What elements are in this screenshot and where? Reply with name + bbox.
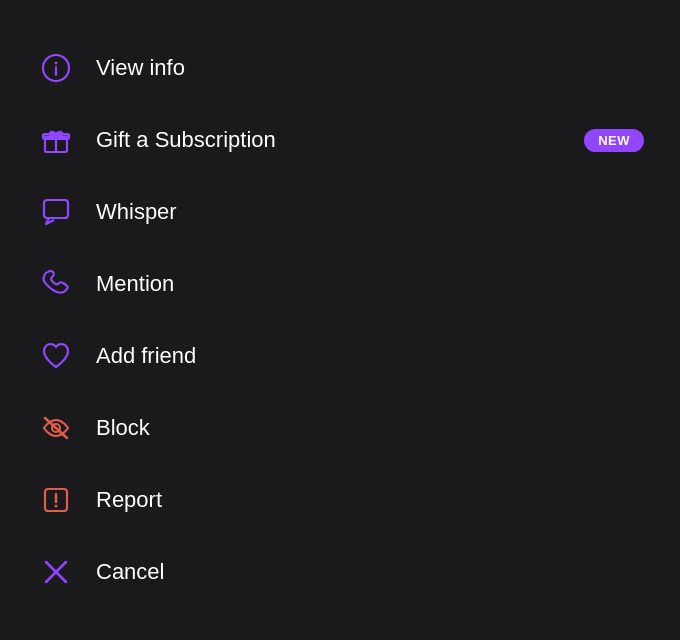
info-circle-icon: [36, 48, 76, 88]
menu-item-mention[interactable]: Mention: [0, 248, 680, 320]
mention-label: Mention: [96, 271, 174, 297]
view-info-label: View info: [96, 55, 185, 81]
menu-item-report[interactable]: Report: [0, 464, 680, 536]
phone-icon: [36, 264, 76, 304]
svg-point-12: [55, 505, 58, 508]
block-icon: [36, 408, 76, 448]
menu-item-add-friend[interactable]: Add friend: [0, 320, 680, 392]
report-label: Report: [96, 487, 162, 513]
svg-rect-7: [44, 200, 68, 218]
report-icon: [36, 480, 76, 520]
new-badge: NEW: [584, 129, 644, 152]
menu-item-view-info[interactable]: View info: [0, 32, 680, 104]
cancel-label: Cancel: [96, 559, 164, 585]
add-friend-label: Add friend: [96, 343, 196, 369]
x-icon: [36, 552, 76, 592]
gift-subscription-label: Gift a Subscription: [96, 127, 276, 153]
whisper-label: Whisper: [96, 199, 177, 225]
menu-item-gift-subscription[interactable]: Gift a Subscription NEW: [0, 104, 680, 176]
menu-item-whisper[interactable]: Whisper: [0, 176, 680, 248]
menu-item-cancel[interactable]: Cancel: [0, 536, 680, 608]
svg-point-1: [55, 62, 58, 65]
context-menu: View info Gift a Subscription NEW: [0, 20, 680, 620]
block-label: Block: [96, 415, 150, 441]
chat-bubble-icon: [36, 192, 76, 232]
gift-icon: [36, 120, 76, 160]
heart-icon: [36, 336, 76, 376]
menu-item-block[interactable]: Block: [0, 392, 680, 464]
